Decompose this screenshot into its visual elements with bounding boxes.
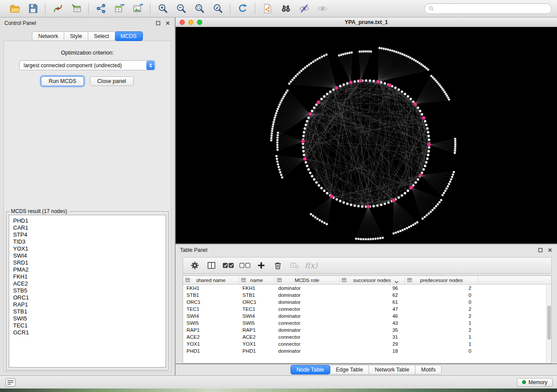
share-document-button[interactable] <box>258 2 277 16</box>
zoom-fit-button[interactable] <box>190 2 208 16</box>
cell: connector <box>275 320 339 326</box>
mcds-node-item: GCR1 <box>13 329 162 336</box>
eye-slash-icon <box>299 3 310 14</box>
desktop-wallpaper <box>0 389 557 392</box>
table-row[interactable]: TEC1TEC1connector472 <box>183 306 551 313</box>
save-button[interactable] <box>24 2 42 16</box>
column-visibility-button[interactable] <box>204 259 219 272</box>
close-panel-button[interactable]: Close panel <box>90 76 134 86</box>
show-all-button[interactable] <box>313 2 332 16</box>
zoom-out-button[interactable] <box>172 2 190 16</box>
export-image-button[interactable] <box>128 2 147 16</box>
cell: connector <box>275 341 339 347</box>
cell: SWI4 <box>183 313 239 319</box>
minimize-window-button[interactable] <box>188 20 194 25</box>
cell: ACE2 <box>239 334 275 340</box>
column-header-MCDS-role[interactable]: MCDS role <box>275 276 339 284</box>
search-box[interactable] <box>424 3 552 14</box>
add-column-button[interactable] <box>254 259 269 272</box>
search-input[interactable] <box>436 6 547 12</box>
cell: dominator <box>275 327 339 333</box>
table-row[interactable]: SWI4SWI4dominator462 <box>183 313 551 320</box>
tab-style[interactable]: Style <box>64 31 88 41</box>
column-header-predecessor-nodes[interactable]: predecessor nodes <box>405 276 478 284</box>
mcds-node-item: TID3 <box>13 238 162 245</box>
cell: 0 <box>405 299 478 305</box>
cell: FKH1 <box>239 285 275 291</box>
cell: RAP1 <box>183 327 239 333</box>
column-header-name[interactable]: name <box>239 276 275 284</box>
import-network-button[interactable] <box>48 2 67 16</box>
float-panel-icon[interactable] <box>156 21 161 26</box>
column-header-successor-nodes[interactable]: successor nodes <box>339 276 405 284</box>
network-view <box>176 27 557 244</box>
import-table-button[interactable] <box>67 2 85 16</box>
table-row[interactable]: FKH1FKH1dominator962 <box>183 285 551 292</box>
sort-chevron-icon[interactable] <box>394 279 398 284</box>
network-svg[interactable] <box>176 27 557 244</box>
refresh-button[interactable] <box>233 2 252 16</box>
toolbar-separator <box>88 3 89 14</box>
mcds-result-list[interactable]: PHD1CAR1STP4TID3YOX1SWI4SRD1PMA2FKH1ACE2… <box>9 215 166 368</box>
zoom-in-button[interactable] <box>153 2 172 16</box>
function-builder-button[interactable]: f(x) <box>304 259 318 272</box>
tab-motifs[interactable]: Motifs <box>415 365 442 375</box>
fx-icon: f(x) <box>304 261 317 270</box>
table-row[interactable]: PHD1PHD1dominator180 <box>183 347 551 354</box>
tab-network[interactable]: Network <box>32 31 64 41</box>
export-network-button[interactable] <box>92 2 110 16</box>
export-table-button[interactable] <box>110 2 128 16</box>
mcds-node-item: PMA2 <box>13 266 162 273</box>
maximize-window-button[interactable] <box>197 20 202 25</box>
table-row[interactable]: ORC1ORC1dominator610 <box>183 299 551 306</box>
main-toolbar <box>0 0 557 17</box>
column-header-shared-name[interactable]: shared name <box>183 276 239 284</box>
cell: 2 <box>405 285 478 291</box>
cell: 47 <box>339 306 405 312</box>
table-row[interactable]: RAP1RAP1dominator352 <box>183 327 551 334</box>
optimization-criterion-select[interactable]: largest connected component (undirected) <box>19 60 156 70</box>
cell: SWI5 <box>239 320 275 326</box>
find-button[interactable] <box>277 2 295 16</box>
table-panel: Table Panel <box>176 244 557 375</box>
delete-columns-button[interactable] <box>270 259 285 272</box>
zoom-selected-button[interactable] <box>208 2 227 16</box>
close-window-button[interactable] <box>180 20 185 25</box>
open-file-button[interactable] <box>5 2 24 16</box>
zoom-selected-icon <box>212 3 223 14</box>
cell: 0 <box>405 292 478 298</box>
table-body: FKH1FKH1dominator962STB1STB1dominator620… <box>183 285 551 354</box>
close-panel-icon[interactable] <box>165 21 170 26</box>
control-tabs: NetworkStyleSelectMCDS <box>0 31 175 41</box>
delete-table-button[interactable] <box>287 259 302 272</box>
memory-button[interactable]: Memory <box>517 378 553 387</box>
status-menu-button[interactable] <box>4 378 17 387</box>
column-grid-icon <box>342 278 346 283</box>
table-row[interactable]: YOX1YOX1connector291 <box>183 340 551 347</box>
tab-node-table[interactable]: Node Table <box>291 365 330 375</box>
column-label: shared name <box>196 278 225 283</box>
optimization-label: Optimization criterion: <box>61 50 114 56</box>
tab-mcds[interactable]: MCDS <box>115 31 143 41</box>
tab-network-table[interactable]: Network Table <box>369 365 415 375</box>
memory-label: Memory <box>529 379 547 385</box>
close-table-panel-icon[interactable] <box>547 248 553 253</box>
table-settings-button[interactable] <box>187 259 202 272</box>
table-row[interactable]: STB1STB1dominator620 <box>183 292 551 299</box>
zoom-out-icon <box>176 3 187 14</box>
float-table-panel-icon[interactable] <box>538 248 543 253</box>
cell: dominator <box>275 299 339 305</box>
scrollbar-thumb[interactable] <box>547 306 551 340</box>
tab-select[interactable]: Select <box>88 31 115 41</box>
table-scrollbar[interactable] <box>546 285 551 363</box>
cell: 46 <box>339 313 405 319</box>
hide-selected-button[interactable] <box>295 2 313 16</box>
table-row[interactable]: SWI5SWI5connector431 <box>183 320 551 327</box>
deselect-all-button[interactable] <box>237 259 252 272</box>
run-mcds-button[interactable]: Run MCDS <box>41 76 83 86</box>
table-row[interactable]: ACE2ACE2connector311 <box>183 334 551 340</box>
tab-edge-table[interactable]: Edge Table <box>330 365 369 375</box>
cell: 2 <box>405 306 478 312</box>
select-all-button[interactable] <box>221 259 235 272</box>
zoom-in-icon <box>157 3 168 14</box>
